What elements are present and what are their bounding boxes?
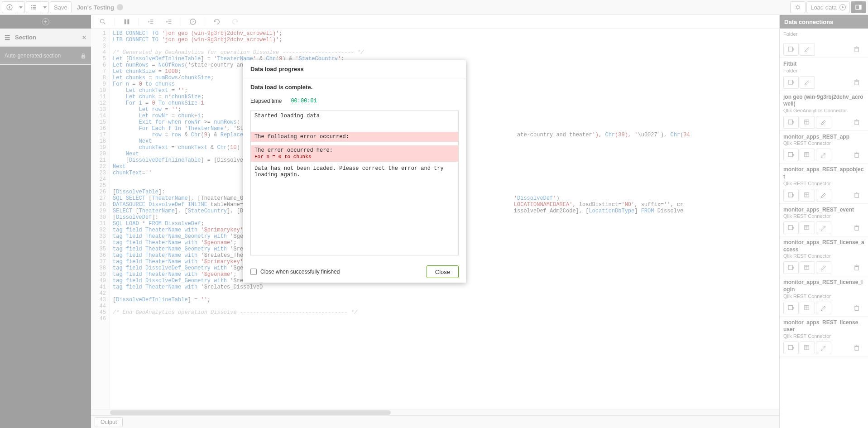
list-menu-caret[interactable] — [41, 1, 49, 13]
svg-rect-36 — [788, 120, 792, 124]
connection-name: monitor_apps_REST_license_user — [783, 319, 864, 333]
edit-connection-button[interactable] — [816, 341, 831, 354]
svg-line-10 — [796, 6, 796, 6]
connection-item: monitor_apps_REST_appobjectQlik REST Con… — [780, 164, 868, 203]
select-data-button[interactable] — [783, 189, 799, 202]
line-gutter: 1234567891011121314151617181920212223242… — [91, 29, 110, 409]
nav-menu-caret[interactable] — [17, 1, 25, 13]
compass-icon[interactable] — [2, 1, 17, 13]
svg-line-12 — [796, 8, 796, 8]
modal-close-button[interactable]: Close — [427, 265, 459, 278]
select-data-button[interactable] — [783, 76, 799, 89]
insert-script-button[interactable] — [800, 221, 815, 234]
svg-rect-71 — [788, 305, 792, 309]
close-on-success-checkbox[interactable] — [250, 269, 257, 275]
svg-rect-78 — [788, 345, 792, 349]
panel-toggle-button[interactable] — [851, 1, 866, 13]
svg-rect-37 — [805, 120, 809, 124]
load-data-button[interactable]: Load data — [806, 1, 850, 13]
select-data-button[interactable] — [783, 116, 799, 129]
connection-item: monitor_apps_REST_license_userQlik REST … — [780, 317, 868, 356]
insert-script-button[interactable] — [800, 189, 815, 202]
scrollbar-thumb[interactable] — [110, 410, 391, 415]
redo-button[interactable] — [227, 16, 243, 28]
svg-rect-68 — [855, 267, 858, 270]
modal-status: Data load is complete. — [250, 84, 459, 91]
folder-label: Folder — [780, 29, 868, 38]
svg-line-13 — [799, 8, 800, 8]
output-button[interactable]: Output — [95, 417, 123, 427]
editor-toolbar: ? — [91, 15, 779, 29]
list-icon[interactable] — [26, 1, 41, 13]
select-data-button[interactable] — [783, 302, 799, 314]
edit-connection-button[interactable] — [816, 116, 831, 129]
elapsed-label: Elapsed time — [250, 98, 282, 104]
svg-rect-4 — [33, 7, 36, 8]
edit-connection-button[interactable] — [800, 43, 815, 56]
modal-log[interactable]: Started loading data The following error… — [250, 111, 459, 255]
connection-name: monitor_apps_REST_license_login — [783, 279, 864, 293]
edit-connection-button[interactable] — [800, 76, 815, 89]
indent-button[interactable] — [161, 16, 177, 28]
select-data-button[interactable] — [783, 149, 799, 161]
insert-script-button[interactable] — [800, 149, 815, 161]
insert-script-button[interactable] — [800, 261, 815, 274]
undo-button[interactable] — [209, 16, 225, 28]
svg-rect-32 — [788, 80, 792, 84]
log-error-header: The following error occurred: — [251, 132, 458, 142]
delete-connection-button[interactable] — [849, 302, 864, 314]
delete-connection-button[interactable] — [849, 43, 864, 56]
delete-connection-button[interactable] — [849, 261, 864, 274]
svg-rect-51 — [805, 192, 809, 197]
edit-connection-button[interactable] — [816, 149, 831, 161]
insert-script-button[interactable] — [800, 302, 815, 314]
insert-script-button[interactable] — [800, 341, 815, 354]
lock-icon — [80, 53, 86, 59]
svg-rect-82 — [855, 346, 858, 350]
delete-connection-button[interactable] — [849, 341, 864, 354]
connection-item: monitor_apps_REST_license_accessQlik RES… — [780, 236, 868, 276]
svg-line-17 — [104, 23, 105, 24]
svg-text:?: ? — [192, 19, 194, 24]
nav-menu[interactable] — [2, 1, 25, 13]
save-button[interactable]: Save — [50, 1, 72, 13]
edit-connection-button[interactable] — [816, 189, 831, 202]
connection-type: Folder — [783, 68, 864, 73]
delete-connection-button[interactable] — [849, 149, 864, 161]
connection-type: Qlik REST Connector — [783, 181, 864, 186]
delete-connection-button[interactable] — [849, 76, 864, 89]
edit-connection-button[interactable] — [816, 261, 831, 274]
edit-connection-button[interactable] — [816, 302, 831, 314]
svg-rect-72 — [805, 305, 809, 309]
insert-script-button[interactable] — [800, 116, 815, 129]
section-item-auto[interactable]: Auto-generated section — [0, 47, 91, 65]
svg-rect-44 — [805, 153, 809, 157]
svg-rect-19 — [127, 19, 129, 24]
select-data-button[interactable] — [783, 341, 799, 354]
outdent-button[interactable] — [143, 16, 159, 28]
svg-rect-43 — [788, 153, 792, 157]
add-section-button[interactable]: + — [0, 15, 91, 29]
drag-icon — [5, 34, 10, 41]
select-data-button[interactable] — [783, 221, 799, 234]
edit-connection-button[interactable] — [816, 221, 831, 234]
delete-connection-button[interactable] — [849, 189, 864, 202]
delete-connection-button[interactable] — [849, 116, 864, 129]
close-section-icon[interactable] — [82, 34, 86, 41]
search-button[interactable] — [95, 16, 111, 28]
log-not-loaded: Data has not been loaded. Please correct… — [251, 164, 458, 180]
delete-connection-button[interactable] — [849, 221, 864, 234]
select-data-button[interactable] — [783, 261, 799, 274]
horizontal-scrollbar[interactable] — [91, 409, 779, 415]
svg-rect-57 — [788, 226, 792, 230]
comment-button[interactable] — [119, 16, 135, 28]
select-data-button[interactable] — [783, 43, 799, 56]
section-item-main[interactable]: Section — [0, 29, 91, 47]
modal-footer: Close when successfully finished Close — [243, 261, 466, 283]
help-button[interactable]: ? — [185, 16, 201, 28]
svg-rect-6 — [33, 9, 36, 10]
debug-button[interactable] — [790, 1, 806, 13]
list-menu[interactable] — [26, 1, 49, 13]
svg-point-16 — [101, 19, 104, 23]
data-load-modal: Data load progress Data load is complete… — [243, 60, 466, 283]
